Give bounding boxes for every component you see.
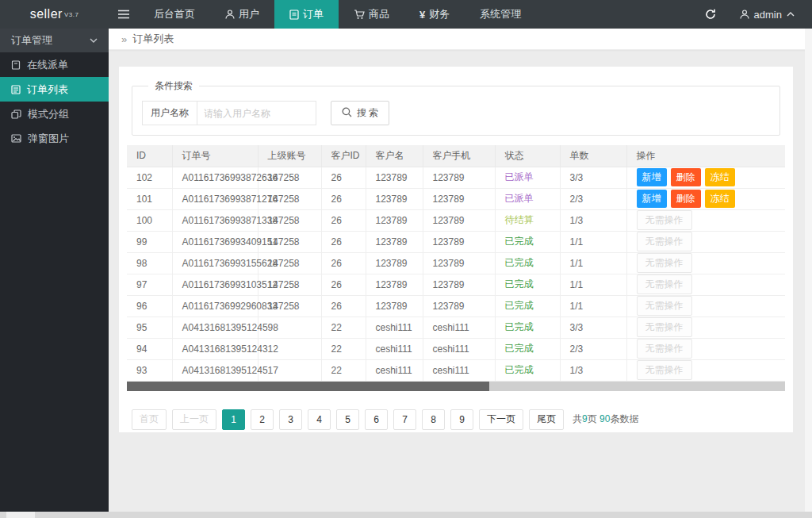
status-cell: 已完成: [495, 338, 560, 359]
status-cell: 已派单: [495, 167, 560, 188]
delete-button[interactable]: 删除: [671, 190, 701, 208]
sidebar-item-online-dispatch[interactable]: 在线派单: [0, 52, 109, 77]
pagination: 首页上一页123456789下一页尾页共9页 90条数据: [132, 409, 785, 430]
breadcrumb: » 订单列表: [109, 29, 812, 50]
sidebar-items: 在线派单订单列表模式分组弹窗图片: [0, 52, 109, 151]
page-button-6[interactable]: 6: [365, 409, 388, 430]
hamburger-icon[interactable]: [109, 0, 139, 29]
status-badge: 已完成: [505, 236, 534, 247]
last-page-button[interactable]: 尾页: [529, 409, 564, 430]
order-no-cell: A01161736993871338: [172, 209, 258, 231]
column-header: 操作: [626, 145, 785, 167]
search-fieldset: 条件搜索 用户名称 搜 索: [132, 79, 780, 136]
order-no-cell: A01161736993155628: [172, 252, 258, 274]
search-row: 用户名称 搜 索: [142, 101, 770, 125]
next-page-button[interactable]: 下一页: [479, 409, 523, 430]
sidebar-item-popup-image[interactable]: 弹窗图片: [0, 126, 109, 151]
delete-button[interactable]: 删除: [671, 168, 701, 186]
order-no-cell: A01161736992960833: [172, 295, 258, 317]
nav-item-finance[interactable]: ¥财务: [404, 0, 465, 29]
page-button-7[interactable]: 7: [393, 409, 416, 430]
add-button[interactable]: 新增: [637, 190, 667, 208]
column-header: 客户手机: [423, 145, 495, 167]
count-cell: 2/3: [560, 188, 626, 209]
search-button[interactable]: 搜 索: [331, 101, 389, 125]
column-header: 单数: [560, 145, 626, 167]
order-id-cell: 95: [127, 317, 172, 338]
page-button-4[interactable]: 4: [308, 409, 331, 430]
page-scrollbar-thumb[interactable]: [6, 512, 35, 518]
search-button-label: 搜 索: [357, 106, 378, 120]
nav-item-home[interactable]: 后台首页: [139, 0, 210, 29]
column-header: 上级账号: [258, 145, 321, 167]
logo-text: seller: [30, 7, 63, 21]
no-action-button: 无需操作: [637, 317, 692, 337]
status-badge: 已派单: [505, 193, 534, 204]
no-action-button: 无需操作: [637, 253, 692, 273]
customer-name-cell: ceshi111: [366, 359, 423, 381]
status-badge: 已完成: [505, 278, 534, 290]
yen-icon: ¥: [419, 9, 425, 21]
count-cell: 1/3: [560, 209, 626, 231]
sidebar-item-label: 订单列表: [27, 82, 68, 97]
username-field-label: 用户名称: [142, 101, 197, 125]
table-row: 95A0413168139512459822ceshi111ceshi111已完…: [127, 317, 785, 338]
table-row: 99A0116173699340915114725826123789123789…: [127, 231, 785, 252]
sidebar-item-order-list[interactable]: 订单列表: [0, 77, 109, 102]
sidebar-group-label: 订单管理: [11, 33, 90, 48]
page-button-9[interactable]: 9: [450, 409, 473, 430]
page-horizontal-scrollbar[interactable]: [0, 512, 812, 518]
sidebar-item-label: 模式分组: [28, 107, 69, 121]
customer-phone-cell: 123789: [423, 167, 495, 188]
table-row: 94A0413168139512431222ceshi111ceshi111已完…: [127, 338, 785, 359]
refresh-icon[interactable]: [691, 0, 730, 29]
nav-item-orders[interactable]: 订单: [274, 0, 339, 29]
username-input[interactable]: [197, 101, 316, 125]
page-vertical-scrollbar[interactable]: [805, 29, 812, 512]
page-button-2[interactable]: 2: [251, 409, 274, 430]
table-header: ID订单号上级账号客户ID客户名客户手机状态单数操作: [127, 145, 785, 167]
customer-name-cell: ceshi111: [366, 338, 423, 359]
nav-item-users[interactable]: 用户: [210, 0, 274, 29]
nav-item-label: 财务: [429, 7, 450, 21]
admin-menu[interactable]: admin: [730, 0, 812, 29]
nav-item-goods[interactable]: 商品: [339, 0, 404, 29]
count-cell: 3/3: [560, 317, 626, 338]
admin-username: admin: [754, 9, 782, 21]
table-row: 97A0116173699310351214725826123789123789…: [127, 274, 785, 295]
chevron-down-icon: [90, 38, 98, 43]
page-icon: [11, 60, 21, 70]
table-scrollbar-thumb[interactable]: [127, 382, 489, 391]
orders-table: ID订单号上级账号客户ID客户名客户手机状态单数操作 102A011617369…: [127, 145, 785, 382]
page-button-5[interactable]: 5: [336, 409, 359, 430]
sidebar-item-label: 在线派单: [27, 58, 68, 72]
customer-name-cell: 123789: [366, 295, 423, 317]
page-button-3[interactable]: 3: [279, 409, 302, 430]
page-button-8[interactable]: 8: [422, 409, 445, 430]
freeze-button[interactable]: 冻结: [705, 190, 735, 208]
no-action-button: 无需操作: [637, 210, 692, 230]
count-cell: 1/1: [560, 231, 626, 252]
nav-item-label: 用户: [239, 7, 259, 21]
parent-account-cell: 147258: [258, 209, 321, 231]
no-action-button: 无需操作: [637, 339, 692, 359]
table-horizontal-scrollbar[interactable]: [127, 382, 785, 391]
top-navbar: sellerV3.7 后台首页用户订单商品¥财务系统管理 admin: [0, 0, 812, 29]
prev-page-button: 上一页: [172, 409, 216, 430]
freeze-button[interactable]: 冻结: [705, 168, 735, 186]
count-cell: 1/3: [560, 359, 626, 381]
logo-version: V3.7: [64, 11, 79, 18]
nav-item-system[interactable]: 系统管理: [465, 0, 536, 29]
customer-name-cell: 123789: [366, 231, 423, 252]
order-id-cell: 101: [127, 188, 172, 209]
sidebar-item-mode-group[interactable]: 模式分组: [0, 102, 109, 126]
order-id-cell: 96: [127, 295, 172, 317]
sidebar-group-order-management[interactable]: 订单管理: [0, 29, 109, 52]
page-button-1[interactable]: 1: [222, 409, 245, 430]
status-badge: 已派单: [505, 171, 534, 182]
app-logo: sellerV3.7: [0, 0, 109, 29]
add-button[interactable]: 新增: [637, 168, 667, 186]
pagination-summary: 共9页 90条数据: [573, 412, 638, 426]
summary-total_items: 90: [599, 413, 610, 424]
table-row: 98A0116173699315562814725826123789123789…: [127, 252, 785, 274]
